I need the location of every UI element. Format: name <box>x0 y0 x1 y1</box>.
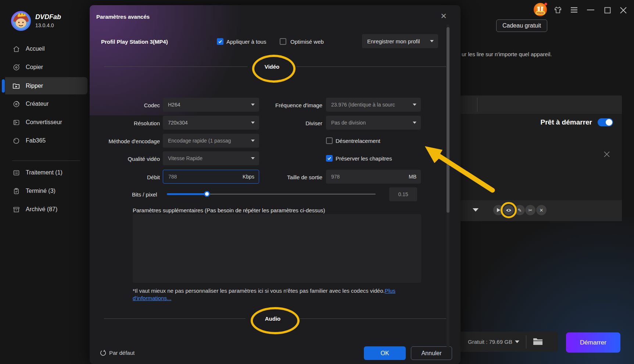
app-name: DVDFab <box>35 13 61 21</box>
save-profile-dropdown[interactable]: Enregistrer mon profil <box>362 34 438 48</box>
chevron-down-icon[interactable] <box>473 208 479 212</box>
ok-button[interactable]: OK <box>364 346 406 360</box>
copy-disc-icon <box>12 63 20 71</box>
caret-down-icon <box>251 157 255 159</box>
dialog-scrollbar-thumb[interactable] <box>447 27 449 213</box>
caret-down-icon <box>430 40 434 42</box>
extra-params-textarea[interactable] <box>133 214 421 283</box>
sidebar-item-ripper[interactable]: Ripper <box>5 77 87 94</box>
bitrate-label: Débit <box>105 174 160 180</box>
done-clipboard-icon <box>12 187 20 195</box>
video-divider-left <box>104 66 247 67</box>
panel-separator <box>526 335 526 349</box>
task-card-header <box>461 95 622 114</box>
sidebar-item-copier[interactable]: Copier <box>0 59 87 76</box>
ripper-folder-icon <box>12 82 20 90</box>
web-optimized-label: Optimisé web <box>290 39 324 45</box>
codec-label: Codec <box>105 102 160 108</box>
dialog-title: Paramètres avancés <box>96 14 150 20</box>
ready-toggle[interactable] <box>598 118 613 126</box>
background-truncated-text: ur les lire sur n'importe quel appareil. <box>462 51 552 57</box>
resolution-dropdown[interactable]: 720x304 <box>163 116 259 130</box>
sidebar-item-accueil[interactable]: Accueil <box>0 40 87 57</box>
caret-down-icon <box>413 104 416 106</box>
free-gift-badge-icon[interactable]: FREE <box>533 2 548 17</box>
sidebar-item-fab365[interactable]: Fab365 <box>0 132 87 149</box>
sidebar-item-termine[interactable]: Terminé (3) <box>0 183 87 199</box>
queue-list-icon <box>12 169 20 177</box>
caret-down-icon <box>413 122 416 124</box>
web-optimized-checkbox[interactable] <box>280 38 286 45</box>
maximize-button[interactable] <box>603 6 612 14</box>
framerate-dropdown[interactable]: 23.976 (Identique à la sourc <box>326 98 421 112</box>
caret-down-icon <box>251 140 255 142</box>
sidebar-divider <box>12 161 80 161</box>
apply-all-checkbox[interactable] <box>217 38 223 45</box>
output-drive-panel[interactable]: Gratuit : 79.69 GB <box>461 332 558 352</box>
remove-title-icon[interactable] <box>603 151 611 159</box>
free-space-label: Gratuit : 79.69 GB <box>468 339 512 345</box>
creator-disc-icon <box>12 100 20 108</box>
deinterlacing-checkbox[interactable] <box>326 137 333 144</box>
codec-dropdown[interactable]: H264 <box>163 98 259 112</box>
start-button[interactable]: Démarrer <box>566 332 620 353</box>
sidebar-item-traitement[interactable]: Traitement (1) <box>0 164 87 181</box>
bitrate-input[interactable] <box>168 173 240 180</box>
audio-annotation-circle <box>251 307 300 334</box>
open-folder-icon[interactable] <box>533 337 543 347</box>
video-quality-label: Qualité vidéo <box>105 156 160 162</box>
task-card-header-divider <box>477 98 477 112</box>
codec-warning-note: *Il vaut mieux ne pas personnaliser les … <box>133 287 420 302</box>
output-size-label: Taille de sortie <box>267 174 322 180</box>
svg-text:FREE: FREE <box>537 11 544 15</box>
caret-down-icon <box>251 122 255 124</box>
caret-down-icon <box>251 104 255 106</box>
output-size-unit: MB <box>409 174 416 180</box>
dialog-close-icon[interactable]: ✕ <box>439 11 448 21</box>
toggle-knob <box>606 119 612 126</box>
video-annotation-circle <box>252 55 295 83</box>
menu-hamburger-icon[interactable] <box>570 6 579 14</box>
bits-slider-knob[interactable] <box>204 191 210 197</box>
sidebar-item-createur[interactable]: Créateur <box>0 95 87 112</box>
bits-slider-fill <box>167 193 207 195</box>
sidebar-item-convertisseur[interactable]: Convertisseur <box>0 114 87 131</box>
audio-divider-left <box>104 318 246 319</box>
delete-x-button[interactable]: ✕ <box>536 205 547 215</box>
video-divider-right <box>296 66 446 67</box>
encoding-method-dropdown[interactable]: Encodage rapide (1 passag <box>163 134 259 148</box>
fab365-icon <box>12 137 20 145</box>
profile-label: Profil Play Station 3(MP4) <box>101 39 168 45</box>
split-label: Diviser <box>267 120 322 126</box>
framerate-label: Fréquence d'image <box>267 102 322 108</box>
free-gift-button[interactable]: Cadeau gratuit <box>496 19 547 32</box>
output-size-wrap: MB <box>326 170 421 184</box>
apply-all-label: Appliquer à tous <box>226 39 266 45</box>
deinterlacing-label: Désentrelacement <box>336 138 380 144</box>
trim-scissors-button[interactable]: ✂ <box>525 205 536 215</box>
cancel-button[interactable]: Annuler <box>411 346 452 360</box>
theme-tshirt-icon[interactable] <box>553 5 563 15</box>
minimize-button[interactable] <box>587 9 595 11</box>
resolution-label: Résolution <box>105 120 160 126</box>
app-window: FREE Cadeau gratuit <box>0 0 634 364</box>
selected-accent-bar <box>2 79 5 93</box>
task-card: Prêt à démarrer ✎ ✂ ✕ <box>461 95 622 221</box>
reset-default-button[interactable]: Par défaut <box>100 350 135 356</box>
output-size-input[interactable] <box>330 173 406 180</box>
eye-annotation-circle <box>501 202 517 218</box>
archive-box-icon <box>12 205 20 213</box>
advanced-settings-dialog: Paramètres avancés ✕ Profil Play Station… <box>90 5 461 364</box>
bits-per-pixel-input[interactable] <box>394 191 413 198</box>
split-dropdown[interactable]: Pas de division <box>326 116 421 130</box>
bits-per-pixel-box <box>389 187 417 201</box>
sidebar-item-archive[interactable]: Archivé (87) <box>0 201 87 218</box>
bitrate-input-wrap: Kbps <box>163 170 259 184</box>
reset-icon <box>100 350 106 356</box>
audio-divider-right <box>300 318 446 319</box>
converter-film-icon <box>12 118 20 126</box>
ready-status-label: Prêt à démarrer <box>541 118 592 126</box>
video-quality-dropdown[interactable]: Vitesse Rapide <box>163 151 259 165</box>
preserve-chapters-checkbox[interactable] <box>326 155 333 162</box>
close-window-button[interactable] <box>619 6 628 15</box>
